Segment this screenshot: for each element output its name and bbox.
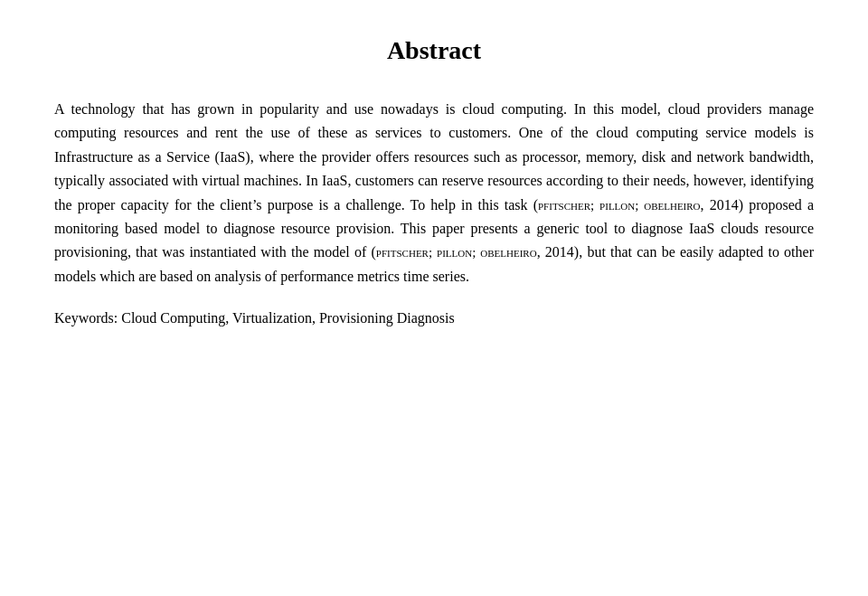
keywords-label: Keywords: <box>54 310 118 326</box>
keywords-value: Cloud Computing, Virtualization, Provisi… <box>121 310 455 326</box>
abstract-paragraph: A technology that has grown in popularit… <box>54 98 814 289</box>
service-text: Service <box>166 149 210 165</box>
citation-2: pfitscher; pillon; obelheiro <box>376 245 537 260</box>
abstract-body: A technology that has grown in popularit… <box>54 98 814 289</box>
keywords-section: Keywords: Cloud Computing, Virtualizatio… <box>54 307 814 330</box>
citation-1: pfitscher; pillon; obelheiro <box>538 198 701 213</box>
abstract-title: Abstract <box>54 36 814 65</box>
page-container: Abstract A technology that has grown in … <box>0 0 868 596</box>
